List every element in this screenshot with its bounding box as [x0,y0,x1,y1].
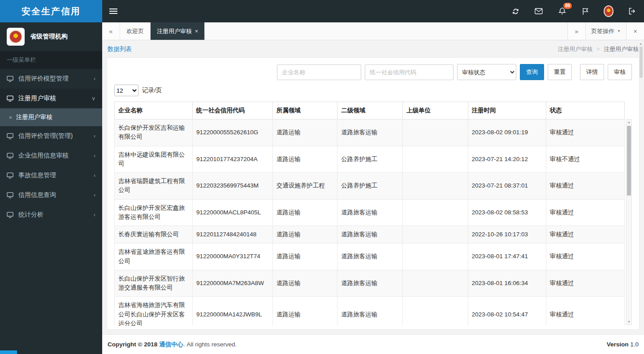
table-cell: 91220000MA0Y312T74 [193,243,273,270]
table-header-row: 企业名称统一社会信用代码所属领域二级领域上级单位注册时间状态 [115,102,625,119]
sidebar-item-label: 信用信息查询 [18,191,56,199]
tab[interactable]: 欢迎页 [120,22,151,40]
table-cell: 912201127484240148 [193,226,273,243]
topbar-main: 89 [102,0,644,22]
monitor-icon [7,76,14,82]
tabs-scroll-right-button[interactable]: » [567,22,585,40]
table-cell: 吉林省瑞爵建筑工程有限公司 [115,173,193,200]
table-cell [402,146,468,173]
user-emblem-icon[interactable] [604,6,614,16]
sidebar-menu: 信用评价模型管理‹注册用户审核∨○注册用户审核信用评价管理(管理)‹企业信用信息… [0,69,102,225]
table-scrollbar[interactable]: ▲ ▼ [626,119,632,325]
logout-icon[interactable] [627,6,637,16]
table-row[interactable]: 长春庆寰运输有限公司912201127484240148道路运输道路旅客运输20… [115,226,625,243]
table-cell: 道路运输 [272,119,337,146]
search-button[interactable]: 查询 [520,64,544,80]
table-cell: 道路旅客运输 [337,226,403,243]
sidebar-item[interactable]: 事故信息管理‹ [0,166,102,185]
table-cell: 审核通过 [546,119,624,146]
monitor-icon [7,172,14,179]
sidebar-item-label: 统计分析 [18,211,43,219]
table-cell: 审核通过 [546,199,624,226]
tab-close-icon[interactable]: × [195,28,198,34]
sidebar-item[interactable]: 信用信息查询‹ [0,185,102,205]
detail-button[interactable]: 详情 [580,64,604,80]
refresh-icon[interactable] [510,6,520,16]
app-logo[interactable]: 安全生产信用 [0,0,102,22]
page-scroll-up-icon[interactable]: ▲ [640,42,643,45]
chevron-left-icon: ‹ [94,212,95,218]
scrollbar-thumb[interactable] [627,126,631,196]
table-row[interactable]: 吉林中远建设集团有限公司91220101774237204A道路运输公路养护施工… [115,146,625,173]
breadcrumb-current: 注册用户审核 [604,46,639,52]
messages-icon[interactable] [534,6,544,16]
sidebar-toggle-button[interactable] [102,0,123,22]
sidebar-item[interactable]: 注册用户审核∨ [0,89,102,108]
tab-actions-dropdown[interactable]: 页签操作 ▼ [585,22,626,40]
sidebar-item[interactable]: 统计分析‹ [0,205,102,225]
data-list-link[interactable]: 数据列表 [108,45,132,53]
table-cell: 道路运输 [272,226,337,243]
table-cell: 道路旅客运输 [337,270,403,297]
table-row[interactable]: 吉林省瑞爵建筑工程有限公司91220323569975443M交通设施养护工程公… [115,173,625,200]
page-scrollbar[interactable]: ▲ [639,42,643,352]
reset-button[interactable]: 重置 [548,64,572,80]
table-cell: 公路养护施工 [337,173,403,200]
sidebar-item-label: 信用评价模型管理 [18,75,69,83]
credit-code-input[interactable] [365,64,454,80]
topbar: 安全生产信用 89 [0,0,644,22]
tab-label: 欢迎页 [126,27,144,35]
table-cell: 道路旅客运输 [337,119,403,146]
table-cell: 2023-08-01 16:06:34 [468,270,546,297]
table-row[interactable]: 长白保护开发区吉和运输有限公司91220000555262610G道路运输道路旅… [115,119,625,146]
sidebar-item[interactable]: 信用评价模型管理‹ [0,69,102,89]
table-cell: 道路运输 [272,199,337,226]
table-cell: 道路运输 [272,243,337,270]
column-header: 状态 [546,102,624,119]
page-size-select[interactable]: 12 [114,85,138,96]
column-header: 企业名称 [115,102,193,119]
table-cell: 审核不通过 [546,146,624,173]
audit-status-select[interactable]: 审核状态 [457,64,516,80]
table-row[interactable]: 长白山保护开发区宏鑫旅游客运有限公司91220000MACL8P405L道路运输… [115,199,625,226]
sidebar-item[interactable]: 企业信用信息审核‹ [0,146,102,166]
sidebar-item-label: 企业信用信息审核 [18,152,69,160]
audit-button[interactable]: 审核 [608,64,632,80]
sidebar-submenu: ○注册用户审核 [0,108,102,126]
scroll-down-icon[interactable]: ▼ [628,319,631,324]
table-cell: 道路旅客运输 [337,297,403,326]
menu-section-label: 一级菜单栏 [0,51,102,69]
company-name-input[interactable] [277,64,361,80]
table-cell: 长白山保护开发区宏鑫旅游客运有限公司 [115,199,193,226]
column-header: 注册时间 [468,102,546,119]
breadcrumb-row: 数据列表 注册用户审核 > 注册用户审核 [102,40,644,57]
table-cell: 91220000MA142JWB9L [193,297,273,326]
breadcrumb-separator: > [596,46,600,52]
notifications-bell-icon[interactable]: 89 [557,6,567,16]
table-cell: 2023-08-02 08:58:53 [468,199,546,226]
table-cell [402,173,468,200]
table-row[interactable]: 吉林省蓝途旅游客运有限公司91220000MA0Y312T74道路运输道路旅客运… [115,243,625,270]
breadcrumb-parent: 注册用户审核 [558,46,592,52]
column-header: 二级领域 [337,102,403,119]
sidebar-item[interactable]: 信用评价管理(管理)‹ [0,126,102,146]
monitor-icon [7,95,14,102]
tab[interactable]: 注册用户审核× [151,22,205,40]
page-scrollbar-thumb[interactable] [640,47,643,78]
sidebar-subitem[interactable]: ○注册用户审核 [0,108,102,126]
scroll-up-icon[interactable]: ▲ [628,119,631,125]
table-row[interactable]: 长白山保护开发区智行旅游交通服务有限公司91220000MA7M263A8W道路… [115,270,625,297]
table-cell: 2023-08-02 09:01:19 [468,119,546,146]
table-cell: 2022-10-26 10:17:03 [468,226,546,243]
pagesize-row: 12 记录/页 [114,85,632,96]
org-link[interactable]: 通信中心 [159,341,183,348]
chevron-left-icon: ‹ [94,172,95,179]
tabs-close-all-button[interactable]: × [626,22,644,40]
table-row[interactable]: 吉林省海格旅游汽车有限公司长白山保护开发区客运分公司91220000MA142J… [115,297,625,326]
table-cell: 审核通过 [546,270,624,297]
tabs-scroll-left-button[interactable]: « [102,22,120,40]
flag-icon[interactable] [580,6,590,16]
monitor-icon [7,192,14,198]
table-cell: 91220000MACL8P405L [193,199,273,226]
table-cell: 交通设施养护工程 [272,173,337,200]
